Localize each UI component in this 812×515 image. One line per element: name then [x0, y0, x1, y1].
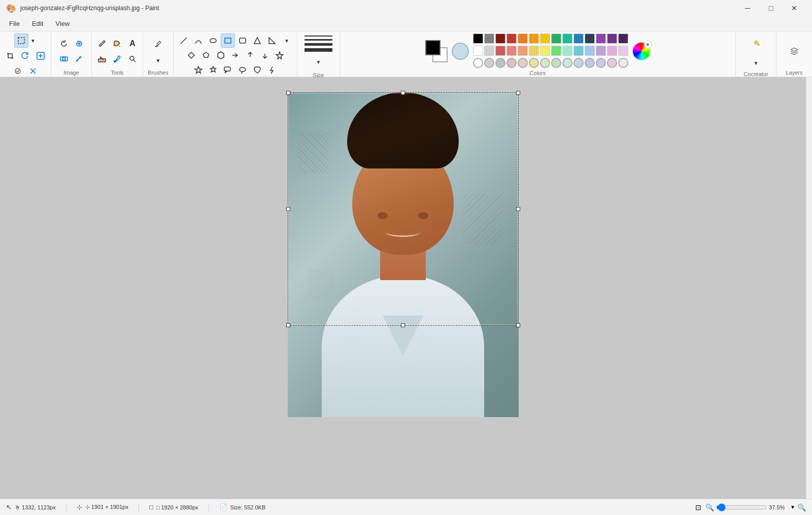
swatch-lightorange[interactable]	[518, 46, 528, 56]
swatch-circle-thistle[interactable]	[607, 58, 617, 68]
swatch-khaki[interactable]	[529, 46, 539, 56]
swatch-circle-white[interactable]	[473, 58, 483, 68]
swatch-circle-periwinkle[interactable]	[596, 58, 606, 68]
maximize-button[interactable]: □	[759, 0, 783, 16]
star5-btn[interactable]	[191, 63, 206, 77]
pencil-btn[interactable]	[95, 37, 109, 51]
diamond-btn[interactable]	[184, 48, 198, 62]
swatch-skyblue[interactable]	[573, 46, 584, 56]
callout-btn[interactable]	[235, 63, 250, 77]
size-dropdown-btn[interactable]: ▼	[304, 55, 332, 69]
right-triangle-btn[interactable]	[265, 33, 279, 48]
swatch-salmon[interactable]	[506, 46, 517, 56]
zoom-slider[interactable]	[716, 503, 767, 511]
swatch-deepviolet[interactable]	[618, 33, 628, 44]
swatch-darkpurple[interactable]	[607, 33, 617, 44]
swatch-circle-mintcream[interactable]	[551, 58, 561, 68]
fit-screen-btn[interactable]: ⊡	[695, 503, 701, 511]
swatch-circle-tan[interactable]	[518, 58, 528, 68]
scrollbar-right[interactable]	[806, 77, 812, 499]
layers-btn[interactable]	[784, 41, 804, 61]
color-selector[interactable]	[425, 40, 448, 62]
canvas-image[interactable]	[288, 92, 519, 417]
rotate-select-button[interactable]	[18, 49, 32, 63]
swatch-teal[interactable]	[562, 33, 572, 44]
remove-bg-btn[interactable]	[57, 52, 71, 66]
menu-view[interactable]: View	[50, 18, 75, 29]
close-button[interactable]: ✕	[783, 0, 806, 16]
brush-dropdown[interactable]: ▼	[152, 54, 164, 68]
oval-btn[interactable]	[206, 33, 220, 48]
custom-color-btn[interactable]: +	[632, 42, 651, 60]
swatch-circle-lavenderblush[interactable]	[618, 58, 628, 68]
swatch-lightyellow[interactable]	[540, 46, 550, 56]
speech-bubble-btn[interactable]	[221, 63, 235, 77]
curve-btn[interactable]	[191, 33, 206, 48]
swatch-circle-honeydew[interactable]	[562, 58, 572, 68]
rectangle-btn[interactable]	[221, 33, 235, 48]
swatch-orange[interactable]	[518, 33, 528, 44]
swatch-lavender[interactable]	[596, 46, 606, 56]
swatch-circle-silver[interactable]	[495, 58, 505, 68]
swatch-gray[interactable]	[484, 33, 494, 44]
minimize-button[interactable]: ─	[736, 0, 759, 16]
swatch-blue[interactable]	[573, 33, 584, 44]
swatch-circle-palegreen[interactable]	[540, 58, 550, 68]
swatch-black[interactable]	[473, 33, 483, 44]
swatch-white[interactable]	[473, 46, 483, 56]
right-arrow-btn[interactable]	[228, 48, 243, 62]
brush-main-btn[interactable]	[149, 35, 167, 53]
size-line-1[interactable]	[304, 36, 332, 37]
crop-button[interactable]	[3, 49, 17, 63]
selected-color-circle[interactable]	[452, 43, 469, 60]
fill-btn[interactable]	[110, 37, 124, 51]
swatch-red[interactable]	[506, 33, 517, 44]
swatch-circle-gray[interactable]	[484, 58, 494, 68]
color-pick-image-btn[interactable]	[72, 37, 86, 51]
select-all-btn[interactable]	[11, 64, 25, 78]
swatch-darkred[interactable]	[495, 33, 505, 44]
color-picker-btn[interactable]	[110, 52, 124, 66]
size-line-3[interactable]	[304, 43, 332, 46]
menu-edit[interactable]: Edit	[27, 18, 48, 29]
swatch-purple[interactable]	[596, 33, 606, 44]
shapes-dropdown[interactable]: ▼	[280, 33, 294, 48]
zoom-in-btn[interactable]: 🔍	[797, 503, 806, 511]
eraser-btn[interactable]	[95, 52, 109, 66]
down-arrow-btn[interactable]	[258, 48, 272, 62]
crescent-btn[interactable]	[265, 63, 279, 77]
swatch-circle-cream[interactable]	[529, 58, 539, 68]
hexagon-btn[interactable]	[214, 48, 228, 62]
ai-select-button[interactable]	[33, 49, 48, 63]
foreground-color[interactable]	[425, 40, 441, 55]
rounded-rect-btn[interactable]	[235, 33, 250, 48]
swatch-circle-blush[interactable]	[506, 58, 517, 68]
erase-selection-btn[interactable]	[26, 64, 40, 78]
cocreator-dropdown[interactable]: ▼	[751, 56, 761, 70]
rectangular-select-button[interactable]	[14, 33, 28, 48]
swatch-navy[interactable]	[585, 33, 595, 44]
heart-btn[interactable]	[250, 63, 264, 77]
erase-bg-btn[interactable]	[72, 52, 86, 66]
size-line-4[interactable]	[304, 48, 332, 52]
triangle-btn[interactable]	[250, 33, 264, 48]
magnifier-btn[interactable]	[125, 52, 140, 66]
star4-btn[interactable]	[273, 48, 287, 62]
swatch-green[interactable]	[551, 33, 561, 44]
zoom-dropdown-btn[interactable]: ▼	[790, 504, 795, 510]
text-btn[interactable]: A	[125, 37, 140, 51]
star6-btn[interactable]	[206, 63, 220, 77]
swatch-lightgreen[interactable]	[551, 46, 561, 56]
swatch-periwinkle[interactable]	[585, 46, 595, 56]
swatch-pink[interactable]	[607, 46, 617, 56]
swatch-circle-aliceblue[interactable]	[573, 58, 584, 68]
canvas-area[interactable]	[0, 77, 806, 499]
cocreator-main-btn[interactable]	[746, 33, 766, 54]
rotate-image-btn[interactable]	[57, 37, 71, 51]
swatch-yellow[interactable]	[540, 33, 550, 44]
swatch-amber[interactable]	[529, 33, 539, 44]
size-line-2[interactable]	[304, 39, 332, 41]
line-btn[interactable]	[177, 33, 191, 48]
swatch-indianred[interactable]	[495, 46, 505, 56]
swatch-lightgray[interactable]	[484, 46, 494, 56]
